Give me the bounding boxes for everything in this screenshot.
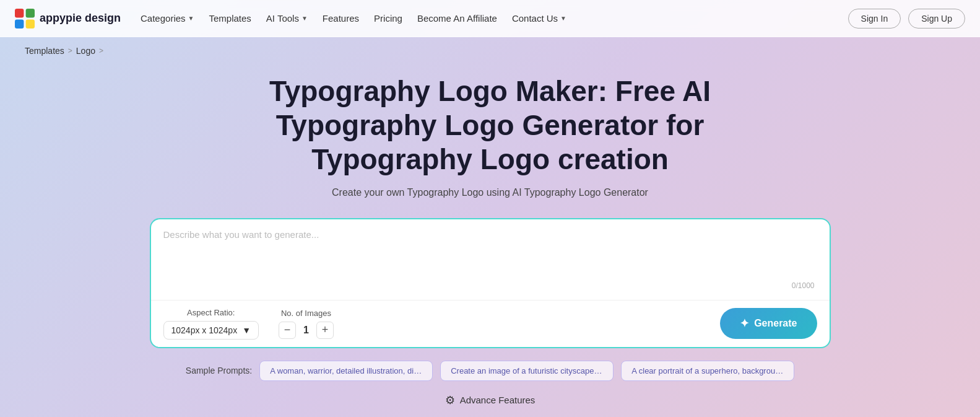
- images-count-control: − 1 +: [279, 322, 334, 339]
- aspect-ratio-section: Aspect Ratio: 1024px x 1024px ▼: [163, 308, 259, 340]
- sample-prompt-3[interactable]: A clear portrait of a superhero, backgro…: [621, 361, 794, 381]
- page-title: Typography Logo Maker: Free AI Typograph…: [212, 74, 769, 177]
- breadcrumb-templates[interactable]: Templates: [25, 46, 64, 56]
- nav-contact[interactable]: Contact Us ▼: [512, 13, 566, 24]
- page-subtitle: Create your own Typography Logo using AI…: [25, 187, 955, 198]
- char-count: 0/1000: [163, 281, 817, 295]
- generator-box: 0/1000 Aspect Ratio: 1024px x 1024px ▼ N…: [150, 218, 831, 348]
- breadcrumb-sep-2: >: [99, 46, 103, 55]
- sample-prompt-1[interactable]: A woman, warrior, detailed illustration,…: [259, 361, 433, 381]
- signin-button[interactable]: Sign In: [848, 9, 901, 29]
- advance-features-label: Advance Features: [460, 395, 536, 405]
- sample-prompts: Sample Prompts: A woman, warrior, detail…: [25, 361, 955, 381]
- chevron-down-icon: ▼: [560, 15, 566, 22]
- svg-rect-3: [26, 19, 35, 28]
- nav-ai-tools[interactable]: AI Tools ▼: [266, 13, 308, 24]
- textarea-wrap: 0/1000: [151, 219, 830, 300]
- images-label: No. of Images: [279, 309, 334, 318]
- aspect-ratio-label: Aspect Ratio:: [163, 308, 259, 317]
- gear-icon: ⚙: [445, 393, 455, 407]
- decrease-count-button[interactable]: −: [279, 322, 296, 339]
- sample-prompt-2[interactable]: Create an image of a futuristic cityscap…: [440, 361, 614, 381]
- increase-count-button[interactable]: +: [316, 322, 334, 339]
- nav-auth: Sign In Sign Up: [848, 9, 965, 29]
- nav-affiliate[interactable]: Become An Affiliate: [417, 13, 497, 24]
- nav-categories[interactable]: Categories ▼: [141, 13, 194, 24]
- breadcrumb-logo[interactable]: Logo: [76, 46, 95, 56]
- images-section: No. of Images − 1 +: [279, 309, 334, 339]
- aspect-ratio-chevron-icon: ▼: [242, 325, 251, 335]
- nav-features[interactable]: Features: [323, 13, 359, 24]
- brand-name: appypie design: [40, 12, 121, 25]
- generate-button[interactable]: ✦ Generate: [720, 308, 817, 339]
- chevron-down-icon: ▼: [301, 15, 308, 22]
- images-count-value: 1: [303, 325, 309, 336]
- prompt-textarea[interactable]: [163, 229, 817, 279]
- main-content: Typography Logo Maker: Free AI Typograph…: [0, 56, 980, 417]
- logo-area[interactable]: appypie design: [15, 9, 121, 29]
- nav-pricing[interactable]: Pricing: [374, 13, 402, 24]
- aspect-ratio-select[interactable]: 1024px x 1024px ▼: [163, 321, 259, 340]
- appypie-logo-icon: [15, 9, 35, 29]
- svg-rect-1: [26, 9, 35, 17]
- advance-features[interactable]: ⚙ Advance Features: [25, 393, 955, 407]
- generate-label: Generate: [754, 318, 797, 329]
- nav-links: Categories ▼ Templates AI Tools ▼ Featur…: [141, 13, 848, 24]
- navbar: appypie design Categories ▼ Templates AI…: [0, 0, 980, 37]
- svg-rect-0: [15, 9, 24, 17]
- svg-rect-2: [15, 19, 24, 28]
- nav-templates[interactable]: Templates: [209, 13, 251, 24]
- sample-prompts-label: Sample Prompts:: [186, 366, 252, 375]
- breadcrumb-sep-1: >: [68, 46, 72, 55]
- chevron-down-icon: ▼: [188, 15, 194, 22]
- aspect-ratio-value: 1024px x 1024px: [171, 325, 238, 335]
- sparkle-icon: ✦: [740, 317, 749, 330]
- signup-button[interactable]: Sign Up: [908, 9, 965, 29]
- generator-footer: Aspect Ratio: 1024px x 1024px ▼ No. of I…: [151, 300, 830, 347]
- breadcrumb: Templates > Logo >: [0, 37, 980, 56]
